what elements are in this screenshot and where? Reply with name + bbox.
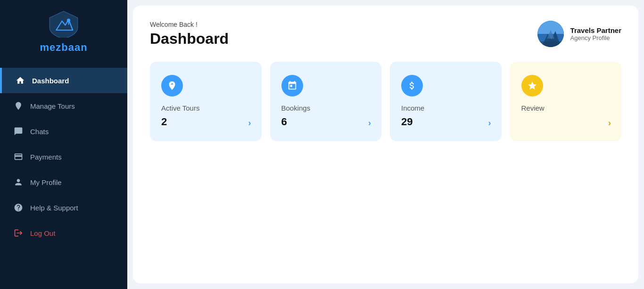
active-tours-arrow[interactable]: › — [248, 118, 251, 128]
review-arrow[interactable]: › — [608, 118, 611, 128]
active-tours-icon-wrap — [161, 75, 183, 96]
avatar — [537, 21, 564, 47]
help-icon — [13, 202, 24, 213]
sidebar-item-label-manage-tours: Manage Tours — [30, 102, 75, 110]
logo-area: mezbaan — [40, 9, 87, 54]
sidebar-item-logout[interactable]: Log Out — [0, 220, 127, 246]
dashboard-panel: Welcome Back ! Dashboard Travels Partner — [133, 6, 638, 283]
profile-role: Agency Profile — [570, 34, 621, 41]
payments-icon — [13, 152, 24, 162]
sidebar-item-manage-tours[interactable]: Manage Tours — [0, 93, 127, 119]
svg-rect-6 — [537, 41, 564, 47]
bookings-icon-wrap — [281, 75, 303, 96]
bookings-value: 6 — [281, 116, 371, 128]
review-label: Review — [521, 104, 611, 112]
sidebar-item-label-my-profile: My Profile — [30, 178, 62, 186]
sidebar: mezbaan Dashboard Manage Tours Chats P — [0, 0, 127, 289]
active-tours-label: Active Tours — [161, 104, 250, 112]
logo-text: mezbaan — [40, 41, 87, 54]
sidebar-item-dashboard[interactable]: Dashboard — [0, 68, 127, 93]
stat-card-income[interactable]: Income 29 › — [390, 62, 502, 141]
logout-icon — [13, 228, 24, 238]
profile-icon — [13, 177, 24, 187]
main-content: Welcome Back ! Dashboard Travels Partner — [127, 0, 644, 289]
income-arrow[interactable]: › — [488, 118, 491, 128]
sidebar-item-help-support[interactable]: Help & Support — [0, 195, 127, 220]
active-tours-value: 2 — [161, 116, 250, 128]
page-title: Dashboard — [150, 30, 229, 48]
manage-tours-icon — [13, 101, 24, 111]
panel-header: Welcome Back ! Dashboard Travels Partner — [150, 21, 621, 48]
profile-name: Travels Partner — [570, 26, 621, 34]
profile-info: Travels Partner Agency Profile — [570, 26, 621, 41]
profile-area[interactable]: Travels Partner Agency Profile — [537, 21, 621, 47]
sidebar-item-my-profile[interactable]: My Profile — [0, 169, 127, 195]
sidebar-item-label-chats: Chats — [30, 128, 49, 136]
sidebar-item-chats[interactable]: Chats — [0, 119, 127, 144]
income-value: 29 — [401, 116, 490, 128]
title-area: Welcome Back ! Dashboard — [150, 21, 229, 48]
stat-card-review[interactable]: Review › — [510, 62, 622, 141]
stat-card-bookings[interactable]: Bookings 6 › — [270, 62, 382, 141]
logo-icon — [47, 9, 80, 38]
chats-icon — [13, 126, 24, 136]
sidebar-item-label-logout: Log Out — [30, 229, 55, 237]
income-icon-wrap — [401, 75, 423, 96]
bookings-arrow[interactable]: › — [368, 118, 371, 128]
review-icon-wrap — [521, 75, 543, 96]
sidebar-item-label-help: Help & Support — [30, 204, 78, 212]
welcome-text: Welcome Back ! — [150, 21, 229, 28]
stats-cards-row: Active Tours 2 › Bookings 6 › Income 29 — [150, 62, 621, 141]
bookings-label: Bookings — [281, 104, 371, 112]
home-icon — [15, 75, 25, 86]
sidebar-item-payments[interactable]: Payments — [0, 144, 127, 169]
income-label: Income — [401, 104, 490, 112]
sidebar-item-label-payments: Payments — [30, 153, 62, 161]
sidebar-item-label-dashboard: Dashboard — [32, 77, 69, 85]
nav-menu: Dashboard Manage Tours Chats Payments My — [0, 68, 127, 246]
stat-card-active-tours[interactable]: Active Tours 2 › — [150, 62, 262, 141]
